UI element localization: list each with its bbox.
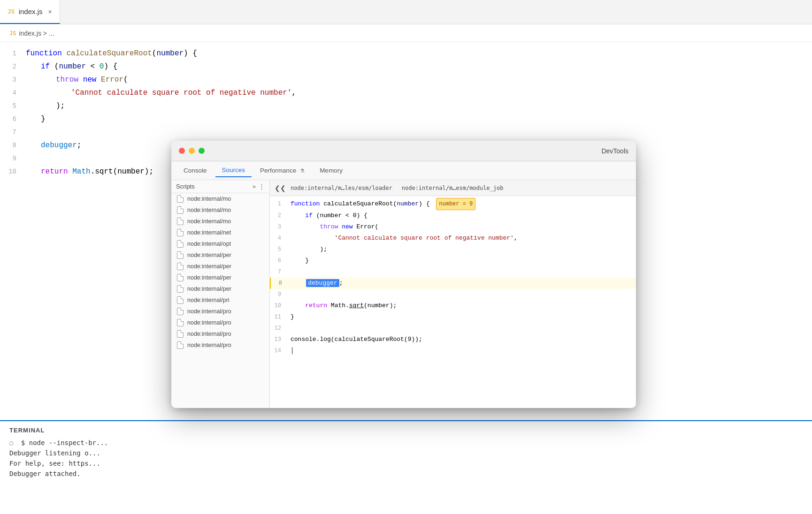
file-icon (177, 240, 184, 248)
line-number-8: 8 (0, 139, 26, 152)
list-item[interactable]: node:internal/pro (171, 328, 269, 340)
dbg-line-2: 2 if (number < 0) { (270, 210, 636, 221)
terminal-line-1: ○ $ node --inspect-br... (9, 438, 803, 448)
devtools-left-panel: Scripts » ⋮ node:internal/mo node:intern… (171, 180, 270, 408)
debugger-code-view: 1 function calculateSquareRoot(number) {… (270, 196, 636, 408)
terminal-title: TERMINAL (9, 427, 803, 434)
tab-close-button[interactable]: × (48, 8, 52, 15)
dbg-line-7: 7 (270, 266, 636, 278)
variable-badge: number = 9 (436, 198, 475, 210)
more-button[interactable]: ⋮ (259, 183, 265, 190)
dbg-line-8-paused: 8 debugger; (270, 278, 636, 289)
line-number-4: 4 (0, 86, 26, 99)
dbg-line-5: 5 ); (270, 244, 636, 255)
terminal-line-4: Debugger attached. (9, 469, 803, 479)
file-icon (177, 296, 184, 304)
line-number-1: 1 (0, 47, 26, 60)
code-content-2: if (number < 0) { (26, 60, 812, 73)
list-item[interactable]: node:internal/pro (171, 317, 269, 328)
tab-memory[interactable]: Memory (313, 164, 349, 177)
file-icon (177, 251, 184, 259)
file-icon (177, 274, 184, 281)
line-number-10: 10 (0, 165, 26, 178)
list-item[interactable]: node:internal/opt (171, 238, 269, 249)
line-number-5: 5 (0, 99, 26, 113)
list-item[interactable]: node:internal/pro (171, 306, 269, 317)
file-path-2: node:internal/m…esm/module_job (402, 185, 504, 191)
list-item[interactable]: node:internal/per (171, 283, 269, 295)
code-line-1: 1 function calculateSquareRoot(number) { (0, 47, 812, 60)
code-content-1: function calculateSquareRoot(number) { (26, 47, 812, 60)
dbg-line-6: 6 } (270, 255, 636, 266)
traffic-light-green[interactable] (199, 148, 205, 154)
code-content-4: 'Cannot calculate square root of negativ… (26, 86, 812, 99)
breadcrumb: JS index.js > ... (0, 24, 812, 42)
performance-icon: ⚗ (300, 168, 305, 174)
tab-bar: JS index.js × (0, 0, 812, 24)
line-number-9: 9 (0, 152, 26, 165)
line-number-2: 2 (0, 60, 26, 73)
file-icon (177, 285, 184, 293)
code-content-5: ); (26, 99, 812, 113)
terminal-output: ○ $ node --inspect-br... Debugger listen… (9, 438, 803, 479)
file-icon (177, 319, 184, 326)
file-icon (177, 330, 184, 338)
tab-performance[interactable]: Performance ⚗ (253, 164, 311, 177)
file-list: node:internal/mo node:internal/mo node:i… (171, 193, 269, 408)
dbg-line-1: 1 function calculateSquareRoot(number) {… (270, 198, 636, 210)
file-icon (177, 206, 184, 214)
code-line-3: 3 throw new Error( (0, 73, 812, 86)
list-item[interactable]: node:internal/per (171, 249, 269, 261)
code-content-6: } (26, 113, 812, 126)
code-line-7: 7 (0, 126, 812, 139)
file-path-1: node:internal/m…les/esm/loader (291, 185, 392, 191)
terminal-line-2: Debugger listening o... (9, 448, 803, 458)
dbg-line-14: 14 │ (270, 345, 636, 356)
devtools-right-panel: ❮❮ node:internal/m…les/esm/loader node:i… (270, 180, 636, 408)
devtools-title: DevTools (205, 147, 628, 155)
right-topbar: ❮❮ node:internal/m…les/esm/loader node:i… (270, 180, 636, 196)
breadcrumb-js-icon: JS (9, 30, 16, 37)
list-item[interactable]: node:internal/mo (171, 193, 269, 204)
file-icon (177, 218, 184, 225)
dbg-line-12: 12 (270, 323, 636, 334)
dbg-line-4: 4 'Cannot calculate square root of negat… (270, 233, 636, 244)
traffic-light-red[interactable] (179, 148, 185, 154)
file-icon (177, 229, 184, 236)
list-item[interactable]: node:internal/pro (171, 340, 269, 351)
dbg-line-9: 9 (270, 289, 636, 300)
list-item[interactable]: node:internal/net (171, 227, 269, 238)
file-icon (177, 341, 184, 349)
devtools-window: DevTools Console Sources Performance ⚗ M… (171, 141, 636, 408)
dbg-line-10: 10 return Math.sqrt(number); (270, 300, 636, 311)
tab-console[interactable]: Console (177, 164, 214, 177)
traffic-light-yellow[interactable] (189, 148, 195, 154)
scripts-label: Scripts (176, 183, 250, 190)
tab-label: index.js (19, 8, 43, 15)
file-icon (177, 263, 184, 270)
left-toolbar: Scripts » ⋮ (171, 180, 269, 193)
code-line-4: 4 'Cannot calculate square root of negat… (0, 86, 812, 99)
dbg-line-11: 11 } (270, 311, 636, 323)
list-item[interactable]: node:internal/mo (171, 204, 269, 216)
collapse-panel-icon[interactable]: ❮❮ (275, 184, 286, 192)
file-icon (177, 195, 184, 203)
devtools-tab-bar: Console Sources Performance ⚗ Memory (171, 161, 636, 180)
terminal-line-3: For help, see: https... (9, 458, 803, 469)
devtools-titlebar: DevTools (171, 141, 636, 161)
file-icon (177, 308, 184, 315)
list-item[interactable]: node:internal/per (171, 261, 269, 272)
dbg-line-13: 13 console.log(calculateSquareRoot(9)); (270, 334, 636, 345)
list-item[interactable]: node:internal/per (171, 272, 269, 283)
expand-button[interactable]: » (253, 183, 256, 190)
code-line-6: 6 } (0, 113, 812, 126)
line-number-7: 7 (0, 126, 26, 139)
editor-tab-indexjs[interactable]: JS index.js × (0, 0, 60, 24)
js-file-icon: JS (8, 8, 15, 15)
devtools-body: Scripts » ⋮ node:internal/mo node:intern… (171, 180, 636, 408)
list-item[interactable]: node:internal/mo (171, 216, 269, 227)
tab-sources[interactable]: Sources (215, 164, 252, 177)
line-number-3: 3 (0, 73, 26, 86)
breadcrumb-path: index.js > ... (19, 30, 54, 37)
list-item[interactable]: node:internal/pri (171, 295, 269, 306)
